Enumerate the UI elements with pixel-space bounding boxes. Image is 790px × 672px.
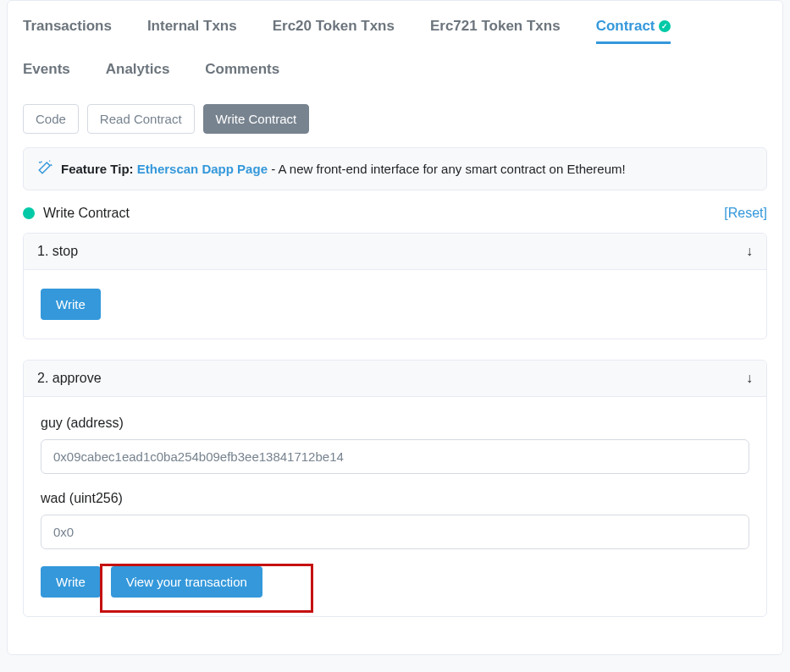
wad-input[interactable] bbox=[41, 515, 749, 549]
main-tabs: Transactions Internal Txns Erc20 Token T… bbox=[8, 1, 782, 87]
write-contract-header: Write Contract [Reset] bbox=[23, 190, 767, 233]
tab-events[interactable]: Events bbox=[23, 54, 70, 87]
tip-text: Feature Tip: Etherscan Dapp Page - A new… bbox=[61, 162, 626, 176]
function-approve: 2. approve ↓ guy (address) wad (uint256)… bbox=[23, 360, 767, 617]
write-contract-title: Write Contract bbox=[43, 206, 130, 221]
guy-label: guy (address) bbox=[41, 416, 749, 431]
subtab-write-contract[interactable]: Write Contract bbox=[203, 104, 310, 134]
guy-input[interactable] bbox=[41, 439, 749, 474]
tab-contract[interactable]: Contract ✓ bbox=[596, 11, 671, 44]
subtab-read-contract[interactable]: Read Contract bbox=[87, 104, 195, 134]
tab-comments[interactable]: Comments bbox=[205, 54, 279, 87]
contract-subtabs: Code Read Contract Write Contract bbox=[8, 87, 782, 147]
view-transaction-button[interactable]: View your transaction bbox=[111, 566, 262, 598]
function-stop: 1. stop ↓ Write bbox=[23, 233, 767, 339]
arrow-down-icon: ↓ bbox=[746, 371, 753, 386]
stop-write-button[interactable]: Write bbox=[41, 289, 101, 320]
tab-transactions[interactable]: Transactions bbox=[23, 11, 112, 44]
magic-wand-icon bbox=[37, 160, 52, 178]
feature-tip-banner: Feature Tip: Etherscan Dapp Page - A new… bbox=[23, 147, 767, 190]
tip-rest: - A new front-end interface for any smar… bbox=[268, 162, 626, 176]
function-approve-title: 2. approve bbox=[37, 371, 102, 386]
wad-label: wad (uint256) bbox=[41, 491, 749, 506]
tip-link[interactable]: Etherscan Dapp Page bbox=[137, 162, 268, 176]
function-stop-header[interactable]: 1. stop ↓ bbox=[24, 234, 766, 270]
tab-erc20-token-txns[interactable]: Erc20 Token Txns bbox=[273, 11, 395, 44]
function-approve-header[interactable]: 2. approve ↓ bbox=[24, 361, 766, 397]
tip-lead: Feature Tip: bbox=[61, 162, 137, 176]
arrow-down-icon: ↓ bbox=[746, 244, 753, 259]
tab-analytics[interactable]: Analytics bbox=[106, 54, 170, 87]
tab-internal-txns[interactable]: Internal Txns bbox=[147, 11, 237, 44]
connected-status-icon bbox=[23, 207, 35, 219]
function-stop-title: 1. stop bbox=[37, 244, 78, 259]
tab-erc721-token-txns[interactable]: Erc721 Token Txns bbox=[430, 11, 561, 44]
subtab-code[interactable]: Code bbox=[23, 104, 79, 134]
tab-contract-label: Contract bbox=[596, 18, 655, 35]
approve-write-button[interactable]: Write bbox=[41, 566, 101, 598]
reset-link[interactable]: [Reset] bbox=[724, 206, 767, 221]
verified-badge-icon: ✓ bbox=[659, 20, 671, 32]
